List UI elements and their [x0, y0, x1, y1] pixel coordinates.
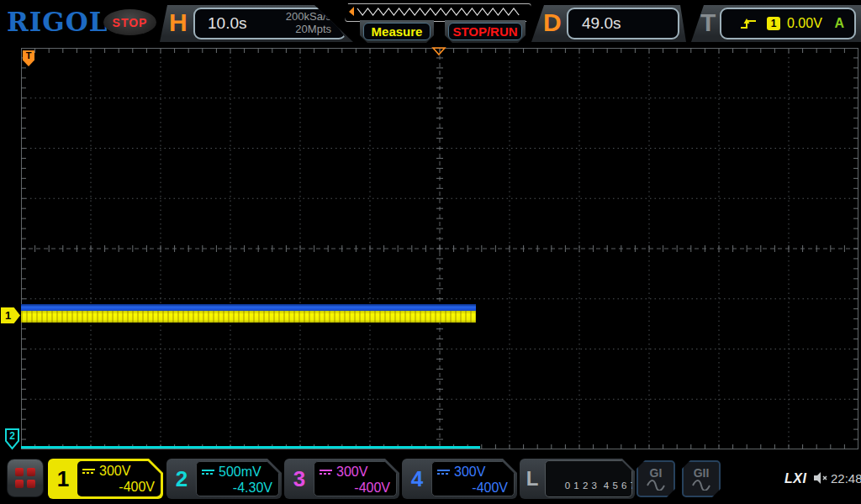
trigger-box[interactable]: 1 0.00V A [720, 8, 856, 39]
channel1-number: 1 [48, 459, 78, 499]
memory-waveform-icon [346, 4, 531, 21]
dc-coupling-icon [202, 470, 214, 475]
timebase-box[interactable]: 10.0s 200kSa/s 20Mpts [193, 8, 346, 39]
channel2-scale: 500mV [219, 465, 261, 480]
measure-button[interactable]: Measure [360, 20, 434, 43]
generator2-button[interactable]: GII [682, 460, 721, 497]
channel3-offset: -400V [320, 480, 390, 496]
horizontal-settings-tab[interactable]: H 10.0s 200kSa/s 20Mpts [160, 5, 353, 42]
trigger-level-value: 0.00V [787, 16, 822, 31]
channel2-offset: -4.30V [202, 480, 272, 496]
trigger-time-marker[interactable] [431, 47, 446, 55]
channel1-tab[interactable]: 1 300V -400V [48, 459, 163, 499]
channel1-trace [21, 311, 476, 323]
channel1-position-marker[interactable]: 1 [1, 307, 20, 323]
logic-channel-list: 0 1 2 3 4 5 6 7 8 9 10 11 12 13 14 15 [545, 460, 632, 497]
logic-label: L [520, 459, 545, 499]
trigger-settings-tab[interactable]: T 1 0.00V A [691, 5, 861, 42]
dc-coupling-icon [320, 470, 332, 475]
memory-depth: 20Mpts [295, 23, 331, 35]
delay-box[interactable]: 49.0s [567, 8, 679, 39]
trigger-source-badge: 1 [767, 17, 780, 30]
channel2-trace [21, 446, 480, 449]
channel1-offset: -400V [82, 480, 155, 495]
delay-value: 49.0s [582, 14, 621, 33]
channel4-scale: 300V [454, 465, 485, 480]
channel3-tab[interactable]: 3 300V -400V [284, 459, 399, 499]
generator1-label: GI [650, 467, 663, 479]
acquisition-info: 200kSa/s 20Mpts [286, 11, 331, 36]
stop-run-button-label: STOP/RUN [448, 23, 522, 40]
rigol-logo: RIGOL [7, 7, 108, 37]
graticule-grid [21, 48, 858, 449]
logic-channels-tab[interactable]: L 0 1 2 3 4 5 6 7 8 9 10 11 12 13 14 15 [520, 459, 635, 499]
channel2-position-marker[interactable]: 2 [4, 428, 21, 450]
dc-coupling-icon [82, 469, 95, 474]
run-state-badge: STOP [103, 9, 156, 35]
svg-text:2: 2 [9, 430, 15, 442]
channel1-scale: 300V [99, 464, 130, 479]
delay-settings-tab[interactable]: D 49.0s [531, 5, 686, 42]
trigger-label: T [700, 8, 716, 37]
dc-coupling-icon [437, 470, 450, 475]
sound-muted-icon[interactable] [812, 471, 829, 485]
channel4-number: 4 [402, 459, 432, 499]
generator2-label: GII [694, 467, 710, 479]
clock: 22:48 [831, 471, 861, 486]
rising-edge-icon [738, 16, 758, 31]
waveform-overview-bar[interactable] [345, 3, 531, 22]
channel2-number: 2 [166, 459, 197, 499]
channel3-number: 3 [284, 459, 314, 499]
channel2-tab[interactable]: 2 500mV -4.30V [166, 459, 282, 499]
logic-row1: 0 1 2 3 4 5 6 7 [565, 480, 637, 491]
sample-rate: 200kSa/s [286, 10, 331, 23]
timebase-value: 10.0s [208, 14, 246, 33]
menu-grid-icon [15, 468, 35, 488]
menu-button[interactable] [7, 459, 44, 497]
channel3-scale: 300V [336, 465, 367, 480]
stop-run-button[interactable]: STOP/RUN [445, 20, 526, 43]
sine-wave-icon [646, 480, 666, 491]
channel4-tab[interactable]: 4 300V -400V [402, 459, 517, 499]
sine-wave-icon [691, 480, 711, 491]
lxi-status: LXI [784, 471, 806, 486]
horizontal-label: H [169, 8, 188, 37]
channel4-offset: -400V [437, 480, 508, 496]
generator1-button[interactable]: GI [637, 460, 675, 497]
delay-label: D [543, 8, 562, 37]
measure-button-label: Measure [363, 23, 430, 40]
trigger-mode: A [834, 16, 844, 31]
